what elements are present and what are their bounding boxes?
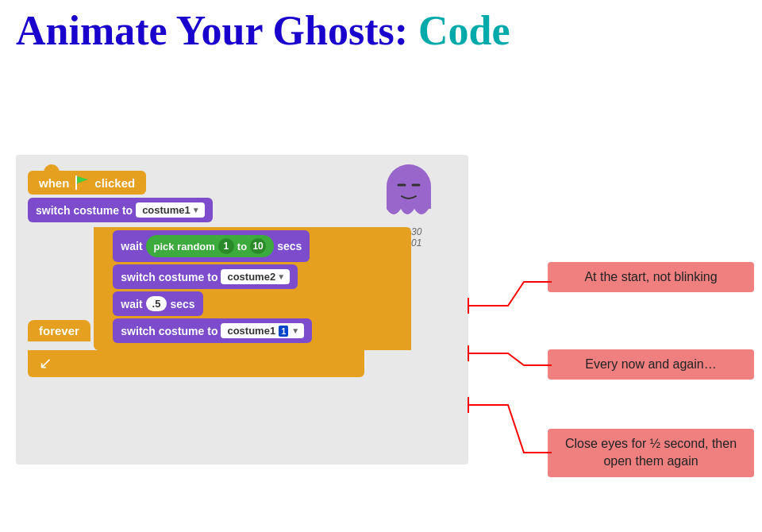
forever-bottom: ↙ bbox=[28, 350, 364, 377]
switch-costume-label: switch costume to bbox=[36, 204, 133, 217]
dropdown-arrow-3: ▼ bbox=[291, 326, 299, 335]
forever-label: forever bbox=[39, 324, 79, 337]
wait-label: wait bbox=[121, 298, 142, 310]
costume-last-input: costume1 1 ▼ bbox=[221, 323, 304, 338]
wait-random-label: wait bbox=[121, 240, 142, 253]
costume-index: 1 bbox=[279, 326, 288, 337]
svg-marker-5 bbox=[77, 176, 88, 183]
forever-block: forever bbox=[28, 320, 90, 341]
switch-costume-3-row: switch costume to costume1 1 ▼ bbox=[113, 318, 406, 343]
secs-label-2: secs bbox=[170, 298, 194, 310]
annotation-1: At the start, not blinking bbox=[548, 262, 754, 292]
switch-costume-2-row: switch costume to costume2 ▼ bbox=[113, 264, 406, 289]
annotation-3-text: Close eyes for ½ second, then open them … bbox=[565, 437, 737, 468]
point5-input: .5 bbox=[146, 296, 167, 311]
random-from-circle: 1 bbox=[218, 238, 234, 254]
dropdown-arrow-1: ▼ bbox=[192, 206, 200, 214]
forever-wrapper: forever wait pick random 1 to 10 bbox=[28, 227, 456, 377]
annotation-1-text: At the start, not blinking bbox=[584, 270, 717, 283]
svg-rect-4 bbox=[75, 175, 77, 190]
wait-random-block-row: wait pick random 1 to 10 secs bbox=[113, 230, 406, 262]
random-to-circle: 10 bbox=[250, 238, 266, 254]
switch-costume-3-label: switch costume to bbox=[121, 325, 217, 337]
when-label: when bbox=[39, 176, 69, 190]
switch-costume-2-label: switch costume to bbox=[121, 271, 217, 283]
switch-costume-1-block: switch costume to costume1 ▼ bbox=[28, 198, 456, 222]
page-title: Animate Your Ghosts: Code bbox=[0, 8, 762, 53]
pick-random-label: pick random bbox=[154, 241, 215, 253]
title-code: Code bbox=[418, 8, 510, 53]
annotation-2: Every now and again… bbox=[548, 349, 754, 380]
switch-costume-2: switch costume to costume2 ▼ bbox=[113, 264, 298, 289]
costume1-input: costume1 ▼ bbox=[136, 202, 205, 218]
switch-costume-3: switch costume to costume1 1 ▼ bbox=[113, 318, 312, 343]
title-main: Animate Your Ghosts: bbox=[16, 8, 418, 53]
forever-body: wait pick random 1 to 10 secs bbox=[94, 227, 411, 350]
wait-05-row: wait .5 secs bbox=[113, 291, 406, 316]
wait-random-block: wait pick random 1 to 10 secs bbox=[113, 230, 310, 262]
when-flag-block: when clicked bbox=[28, 171, 456, 195]
forever-header-area: forever bbox=[28, 320, 90, 341]
annotation-3: Close eyes for ½ second, then open them … bbox=[548, 429, 754, 477]
to-label: to bbox=[237, 241, 247, 253]
wait-05-block: wait .5 secs bbox=[113, 291, 202, 316]
scratch-blocks: when clicked switch costume to costume1 … bbox=[28, 171, 456, 377]
dropdown-arrow-2: ▼ bbox=[277, 272, 285, 281]
forever-arrow-icon: ↙ bbox=[39, 353, 52, 372]
switch-costume-1: switch costume to costume1 ▼ bbox=[28, 198, 213, 222]
clicked-label: clicked bbox=[94, 176, 135, 190]
flag-icon bbox=[74, 175, 90, 190]
scratch-panel: x: 130 y: 101 when clicked switch co bbox=[16, 155, 468, 465]
pick-random-block: pick random 1 to 10 bbox=[146, 235, 275, 257]
secs-label-1: secs bbox=[277, 240, 302, 253]
annotation-2-text: Every now and again… bbox=[585, 357, 716, 371]
when-flag-clicked: when clicked bbox=[28, 171, 146, 195]
costume2-input: costume2 ▼ bbox=[221, 269, 290, 284]
